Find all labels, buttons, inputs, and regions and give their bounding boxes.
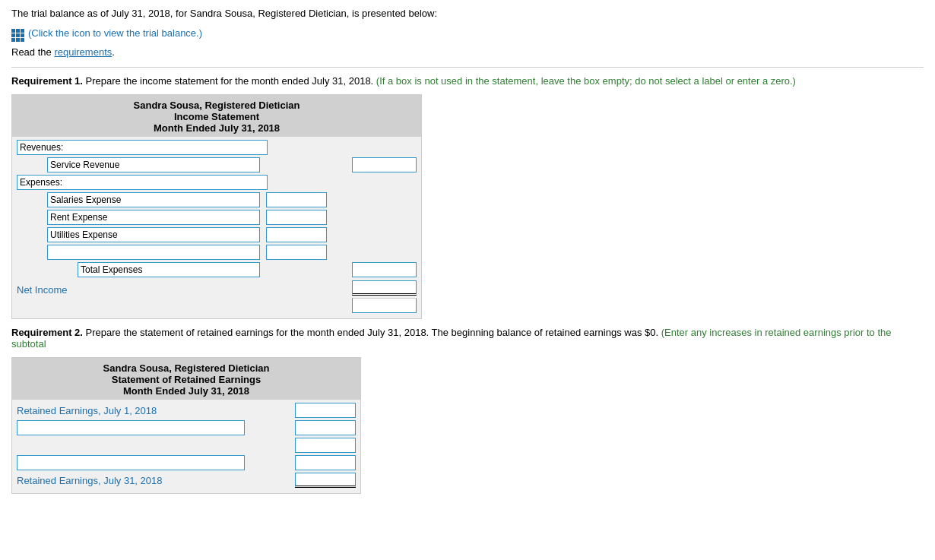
- net-income-amount-input[interactable]: [352, 280, 417, 296]
- salaries-expense-row: [17, 192, 417, 207]
- utilities-expense-row: [17, 227, 417, 242]
- service-revenue-label-input[interactable]: [47, 157, 260, 172]
- total-expenses-row: [17, 262, 417, 277]
- click-icon-line[interactable]: (Click the icon to view the trial balanc…: [11, 24, 924, 42]
- re-label-input1[interactable]: [17, 420, 245, 435]
- expenses-label-input[interactable]: [17, 175, 268, 190]
- grid-table-icon: [11, 24, 24, 42]
- income-statement-container: Sandra Sousa, Registered Dietician Incom…: [11, 94, 422, 319]
- re-amount-input3[interactable]: [295, 455, 356, 470]
- net-income-label: Net Income: [17, 284, 67, 296]
- re-row3: [17, 455, 356, 470]
- net-income-amount-input2[interactable]: [352, 298, 417, 313]
- requirements-link[interactable]: requirements: [54, 46, 112, 58]
- re-row1: [17, 420, 356, 435]
- requirement1-text: Requirement 1. Prepare the income statem…: [11, 75, 924, 87]
- click-link[interactable]: (Click the icon to view the trial balanc…: [28, 27, 202, 39]
- re-amount-input1[interactable]: [295, 420, 356, 435]
- extra-expense-amount-input[interactable]: [266, 245, 327, 260]
- re-july31-label: Retained Earnings, July 31, 2018: [17, 475, 245, 486]
- service-revenue-row: [17, 157, 417, 172]
- income-statement-header: Sandra Sousa, Registered Dietician Incom…: [12, 95, 421, 137]
- extra-expense-row: [17, 245, 417, 260]
- re-company-name: Sandra Sousa, Registered Dietician: [15, 362, 357, 374]
- service-revenue-amount-input[interactable]: [352, 157, 417, 172]
- statement-period: Month Ended July 31, 2018: [15, 122, 418, 134]
- read-line: Read the requirements.: [11, 46, 924, 58]
- expenses-row: [17, 175, 417, 190]
- utilities-expense-label-input[interactable]: [47, 227, 260, 242]
- net-income-row: Net Income: [17, 280, 417, 296]
- retained-earnings-container: Sandra Sousa, Registered Dietician State…: [11, 357, 361, 494]
- re-july1-row: Retained Earnings, July 1, 2018: [17, 403, 356, 418]
- utilities-expense-amount-input[interactable]: [266, 227, 327, 242]
- divider-top: [11, 67, 924, 68]
- re-july31-row: Retained Earnings, July 31, 2018: [17, 473, 356, 488]
- re-period: Month Ended July 31, 2018: [15, 385, 357, 397]
- intro-text: The trial balance as of July 31, 2018, f…: [11, 8, 924, 19]
- re-row2: [17, 438, 356, 453]
- re-july31-amount-input[interactable]: [295, 473, 356, 488]
- rent-expense-row: [17, 210, 417, 225]
- extra-expense-label-input[interactable]: [47, 245, 260, 260]
- rent-expense-amount-input[interactable]: [266, 210, 327, 225]
- revenues-label-input[interactable]: [17, 140, 268, 155]
- retained-earnings-header: Sandra Sousa, Registered Dietician State…: [12, 358, 360, 400]
- intro-section: The trial balance as of July 31, 2018, f…: [11, 8, 924, 58]
- total-expenses-label-input[interactable]: [78, 262, 260, 277]
- income-statement-body: Net Income: [12, 137, 421, 318]
- salaries-expense-label-input[interactable]: [47, 192, 260, 207]
- salaries-expense-amount-input[interactable]: [266, 192, 327, 207]
- re-title: Statement of Retained Earnings: [15, 374, 357, 385]
- re-label-input3[interactable]: [17, 455, 245, 470]
- retained-earnings-body: Retained Earnings, July 1, 2018 Retained…: [12, 400, 360, 493]
- re-july1-amount-input[interactable]: [295, 403, 356, 418]
- rent-expense-label-input[interactable]: [47, 210, 260, 225]
- total-expenses-amount-input[interactable]: [352, 262, 417, 277]
- statement-title: Income Statement: [15, 111, 418, 122]
- requirement2-text: Requirement 2. Prepare the statement of …: [11, 327, 924, 350]
- re-july1-label: Retained Earnings, July 1, 2018: [17, 405, 245, 416]
- revenues-row: [17, 140, 417, 155]
- company-name: Sandra Sousa, Registered Dietician: [15, 100, 418, 111]
- re-amount-input2[interactable]: [295, 438, 356, 453]
- net-income-row2: [17, 298, 417, 313]
